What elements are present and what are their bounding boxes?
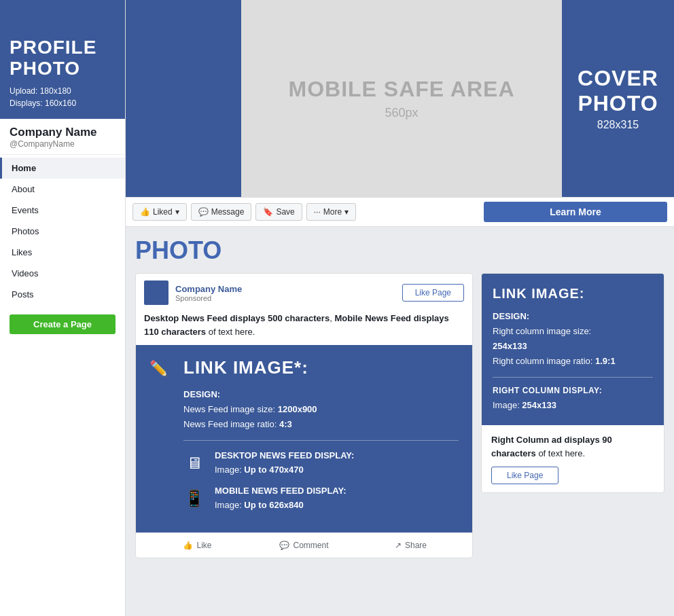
mobile-image-value: Up to 626x840 xyxy=(244,500,303,510)
profile-photo-upload: Upload: 180x180 Displays: 160x160 xyxy=(10,85,116,109)
post-card: Company Name Sponsored Like Page Desktop… xyxy=(135,273,473,558)
liked-button[interactable]: 👍 Liked ▾ xyxy=(132,203,187,221)
share-action-button[interactable]: ↗ Share xyxy=(357,537,464,554)
share-icon: ↗ xyxy=(395,541,402,550)
cover-left-block xyxy=(126,0,241,197)
post-avatar xyxy=(144,280,168,305)
post-company-info: Company Name Sponsored xyxy=(175,284,242,302)
right-display-image-line: Image: 254x133 xyxy=(493,398,653,413)
like-page-right-button[interactable]: Like Page xyxy=(491,467,558,484)
create-page-button[interactable]: Create a Page xyxy=(10,314,116,334)
cover-center-block: MOBILE SAFE AREA 560px xyxy=(241,0,562,197)
main-content: MOBILE SAFE AREA 560px COVERPHOTO 828x31… xyxy=(126,0,674,616)
divider xyxy=(183,440,459,441)
desktop-display-label: DESKTOP NEWS FEED DISPLAY: xyxy=(215,450,354,460)
mobile-icon: 📱 xyxy=(183,489,205,508)
display-section: 🖥 DESKTOP NEWS FEED DISPLAY: Image: Up t… xyxy=(183,449,459,512)
desktop-image-value: Up to 470x470 xyxy=(244,465,303,475)
right-divider xyxy=(493,377,653,378)
mobile-display-row: 📱 MOBILE NEWS FEED DISPLAY: Image: Up to… xyxy=(183,484,459,513)
cover-area: MOBILE SAFE AREA 560px COVERPHOTO 828x31… xyxy=(126,0,674,197)
feed-row: Company Name Sponsored Like Page Desktop… xyxy=(135,273,664,558)
right-display-label: RIGHT COLUMN DISPLAY: xyxy=(493,386,653,395)
ratio-value: 4:3 xyxy=(279,419,292,429)
desktop-display-row: 🖥 DESKTOP NEWS FEED DISPLAY: Image: Up t… xyxy=(183,449,459,477)
right-card-body: Right Column ad displays 90 characters o… xyxy=(482,425,664,492)
bookmark-icon: 🔖 xyxy=(263,207,273,217)
right-col-size-value: 254x133 xyxy=(493,341,527,351)
link-image-title: LINK IMAGE*: xyxy=(183,357,459,378)
profile-photo-box: PROFILEPHOTO Upload: 180x180 Displays: 1… xyxy=(0,0,125,119)
desktop-display-text: DESKTOP NEWS FEED DISPLAY: Image: Up to … xyxy=(215,449,354,477)
like-icon: 👍 xyxy=(183,541,193,550)
chevron-down-icon: ▾ xyxy=(175,207,179,217)
nav-item-events[interactable]: Events xyxy=(0,200,125,221)
right-col-size-line: Right column image size: 254x133 xyxy=(493,324,653,354)
right-design-label: DESIGN: xyxy=(493,311,653,321)
design-label: DESIGN: xyxy=(183,389,459,399)
mobile-safe-area-label: MOBILE SAFE AREA xyxy=(288,77,514,102)
pencil-icon: ✏️ xyxy=(149,360,168,378)
ratio-line: News Feed image ratio: 4:3 xyxy=(183,417,459,432)
company-name-section: Company Name @CompanyName xyxy=(0,119,125,155)
company-name: Company Name xyxy=(10,126,116,139)
nav-item-likes[interactable]: Likes xyxy=(0,242,125,263)
more-button[interactable]: ··· More ▾ xyxy=(306,203,356,221)
mobile-display-label: MOBILE NEWS FEED DISPLAY: xyxy=(215,486,347,496)
right-link-box: LINK IMAGE: DESIGN: Right column image s… xyxy=(482,274,664,425)
post-actions: 👍 Like 💬 Comment ↗ Share xyxy=(136,532,472,558)
right-display-image-value: 254x133 xyxy=(522,400,556,410)
post-company-name: Company Name xyxy=(175,284,242,294)
link-image-box: ✏️ LINK IMAGE*: DESIGN: News Feed image … xyxy=(136,345,472,532)
ellipsis-icon: ··· xyxy=(314,207,321,217)
nav-item-posts[interactable]: Posts xyxy=(0,284,125,305)
size-value: 1200x900 xyxy=(278,404,317,414)
right-col-ratio-value: 1.9:1 xyxy=(595,356,616,366)
message-icon: 💬 xyxy=(198,207,209,217)
sidebar: PROFILEPHOTO Upload: 180x180 Displays: 1… xyxy=(0,0,126,616)
like-page-top-button[interactable]: Like Page xyxy=(402,284,464,302)
save-button[interactable]: 🔖 Save xyxy=(255,203,302,221)
post-header: Company Name Sponsored Like Page xyxy=(136,274,472,312)
company-handle: @CompanyName xyxy=(10,139,116,149)
mobile-safe-area-sub: 560px xyxy=(385,106,418,120)
nav-item-photos[interactable]: Photos xyxy=(0,221,125,242)
nav-item-videos[interactable]: Videos xyxy=(0,263,125,284)
action-bar: 👍 Liked ▾ 💬 Message 🔖 Save ··· More ▾ Le… xyxy=(126,197,674,227)
profile-photo-title: PROFILEPHOTO xyxy=(10,37,116,79)
chevron-down-more-icon: ▾ xyxy=(344,207,349,217)
thumbs-up-icon: 👍 xyxy=(140,207,150,217)
cover-photo-title: COVERPHOTO xyxy=(578,66,658,116)
nav-item-about[interactable]: About xyxy=(0,179,125,200)
cover-photo-sub: 828x315 xyxy=(597,119,639,131)
post-text: Desktop News Feed displays 500 character… xyxy=(136,312,472,345)
post-text-strong1: Desktop News Feed displays 500 character… xyxy=(144,313,330,323)
photo-heading: PHOTO xyxy=(135,236,664,265)
post-sponsored-label: Sponsored xyxy=(175,294,242,302)
right-link-image-title: LINK IMAGE: xyxy=(493,286,653,302)
right-card-text: Right Column ad displays 90 characters o… xyxy=(491,433,654,460)
learn-more-button[interactable]: Learn More xyxy=(484,202,667,222)
photo-section: PHOTO Company Name Sponsored Like Page D… xyxy=(126,227,674,565)
comment-icon: 💬 xyxy=(279,541,289,550)
mobile-display-text: MOBILE NEWS FEED DISPLAY: Image: Up to 6… xyxy=(215,484,347,513)
right-card-text-strong: Right Column ad displays 90 characters xyxy=(491,435,612,458)
nav-menu: Home About Events Photos Likes Videos Po… xyxy=(0,158,125,305)
right-card: LINK IMAGE: DESIGN: Right column image s… xyxy=(481,273,664,493)
message-button[interactable]: 💬 Message xyxy=(191,203,252,221)
like-action-button[interactable]: 👍 Like xyxy=(144,537,251,554)
nav-item-home[interactable]: Home xyxy=(0,158,125,179)
right-col-ratio-line: Right column image ratio: 1.9:1 xyxy=(493,354,653,369)
size-line: News Feed image size: 1200x900 xyxy=(183,402,459,417)
desktop-icon: 🖥 xyxy=(183,454,205,473)
comment-action-button[interactable]: 💬 Comment xyxy=(251,537,357,554)
cover-right-block: COVERPHOTO 828x315 xyxy=(562,0,674,197)
